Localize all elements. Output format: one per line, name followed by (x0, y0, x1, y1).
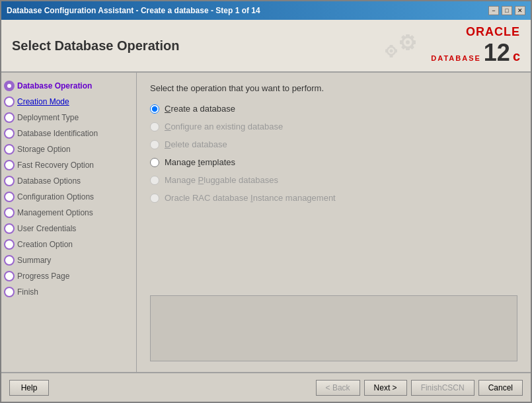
instruction-text: Select the operation that you want to pe… (150, 83, 517, 93)
sidebar-item-configuration-options: Configuration Options (1, 189, 136, 205)
svg-rect-6 (401, 35, 406, 40)
window-title: Database Configuration Assistant - Creat… (7, 6, 260, 15)
sidebar-item-progress-page: Progress Page (1, 268, 136, 284)
sidebar-item-label-10: Creation Option (17, 240, 73, 249)
radio-label-manage_pluggable: Manage Pluggable databases (165, 175, 278, 185)
sidebar-item-database-identification: Database Identification (1, 126, 136, 141)
svg-rect-13 (390, 55, 393, 57)
step-indicator-1 (4, 96, 15, 107)
svg-rect-9 (410, 45, 414, 50)
radio-delete (150, 140, 159, 149)
description-box (150, 295, 517, 361)
oracle-version-suffix: c (513, 49, 520, 64)
back-button[interactable]: < Back (316, 380, 360, 396)
step-indicator-7 (4, 192, 15, 202)
radio-create[interactable] (150, 104, 159, 114)
radio-label-delete: Delete database (165, 139, 227, 149)
step-indicator-4 (4, 144, 15, 155)
oracle-brand: ORACLE (466, 25, 520, 39)
window-controls: − □ ✕ (488, 6, 525, 15)
radio-rac_mgmt (150, 194, 159, 203)
svg-rect-2 (406, 34, 410, 38)
step-indicator-11 (4, 255, 15, 266)
sidebar-item-label-11: Summary (17, 256, 51, 265)
footer: Help < Back Next > FinishCSCN Cancel (1, 372, 531, 402)
sidebar-item-creation-mode[interactable]: Creation Mode (1, 94, 136, 110)
sidebar-item-storage-option: Storage Option (1, 141, 136, 157)
svg-rect-12 (390, 45, 393, 48)
sidebar-item-finish: Finish (1, 284, 136, 300)
step-indicator-3 (4, 128, 15, 139)
radio-manage_pluggable (150, 176, 159, 185)
sidebar-item-deployment-type: Deployment Type (1, 110, 136, 126)
svg-rect-5 (412, 40, 416, 44)
svg-point-11 (390, 50, 393, 53)
radio-item-delete: Delete database (150, 139, 517, 149)
step-indicator-2 (4, 112, 15, 123)
sidebar-item-label-4: Storage Option (17, 145, 71, 154)
svg-rect-8 (401, 45, 406, 50)
title-bar: Database Configuration Assistant - Creat… (1, 1, 531, 20)
radio-label-configure: Configure an existing database (165, 122, 283, 131)
sidebar-item-label-2: Deployment Type (17, 113, 79, 122)
help-button[interactable]: Help (9, 380, 49, 396)
close-button[interactable]: ✕ (515, 6, 525, 15)
gear-decoration (371, 26, 424, 65)
sidebar: Database OperationCreation ModeDeploymen… (1, 73, 137, 372)
svg-rect-14 (385, 50, 388, 53)
oracle-version-number: 12 (484, 39, 510, 67)
sidebar-item-label-7: Configuration Options (17, 192, 94, 202)
main-window: Database Configuration Assistant - Creat… (0, 0, 532, 403)
finish-button[interactable]: FinishCSCN (411, 380, 475, 396)
sidebar-item-creation-option: Creation Option (1, 237, 136, 252)
radio-label-manage_templates: Manage templates (165, 157, 235, 167)
radio-item-manage_pluggable: Manage Pluggable databases (150, 175, 517, 185)
sidebar-item-database-options: Database Options (1, 173, 136, 189)
radio-group: Create a databaseConfigure an existing d… (150, 104, 517, 203)
radio-item-create[interactable]: Create a database (150, 104, 517, 114)
sidebar-item-label-9: User Credentials (17, 224, 76, 233)
sidebar-item-label-1: Creation Mode (17, 97, 69, 106)
step-indicator-9 (4, 223, 15, 234)
sidebar-item-summary: Summary (1, 252, 136, 268)
step-indicator-13 (4, 287, 15, 297)
sidebar-item-database-operation[interactable]: Database Operation (1, 78, 136, 94)
sidebar-item-label-12: Progress Page (17, 272, 69, 281)
radio-manage_templates[interactable] (150, 158, 159, 167)
sidebar-item-user-credentials: User Credentials (1, 221, 136, 237)
step-indicator-10 (4, 239, 15, 250)
main-content: Database OperationCreation ModeDeploymen… (1, 73, 531, 372)
svg-rect-3 (406, 47, 410, 50)
page-header: Select Database Operation (1, 20, 531, 73)
sidebar-item-label-13: Finish (17, 287, 38, 297)
step-indicator-0 (4, 81, 15, 91)
radio-configure (150, 122, 159, 131)
maximize-button[interactable]: □ (502, 6, 512, 15)
sidebar-item-label-5: Fast Recovery Option (17, 161, 94, 170)
step-indicator-5 (4, 160, 15, 170)
sidebar-item-management-options: Management Options (1, 205, 136, 221)
header-right: ORACLE DATABASE 12c (371, 25, 520, 67)
radio-item-manage_templates[interactable]: Manage templates (150, 157, 517, 167)
sidebar-item-label-6: Database Options (17, 176, 81, 186)
radio-label-create: Create a database (165, 104, 235, 114)
cancel-button[interactable]: Cancel (478, 380, 523, 396)
minimize-button[interactable]: − (488, 6, 499, 15)
footer-buttons: < Back Next > FinishCSCN Cancel (316, 380, 523, 396)
next-button[interactable]: Next > (364, 380, 407, 396)
svg-rect-7 (410, 35, 414, 40)
step-indicator-12 (4, 271, 15, 281)
sidebar-item-label-8: Management Options (17, 208, 93, 217)
sidebar-item-label-0: Database Operation (17, 81, 92, 91)
oracle-logo: ORACLE DATABASE 12c (431, 25, 520, 67)
svg-point-1 (406, 40, 410, 44)
page-title: Select Database Operation (12, 38, 179, 54)
radio-item-configure: Configure an existing database (150, 122, 517, 131)
content-area: Select the operation that you want to pe… (137, 73, 531, 372)
sidebar-item-label-3: Database Identification (17, 129, 98, 138)
oracle-database-label: DATABASE (431, 54, 480, 62)
radio-label-rac_mgmt: Oracle RAC database Instance management (165, 193, 336, 203)
svg-rect-15 (395, 50, 397, 53)
step-indicator-8 (4, 207, 15, 218)
svg-rect-4 (400, 40, 403, 44)
